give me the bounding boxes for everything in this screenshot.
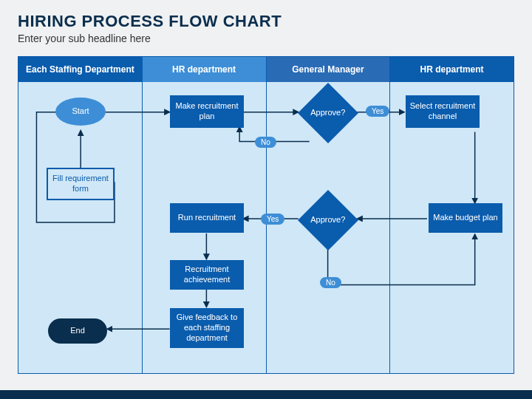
- flowchart-container: Each Staffing Department HR department G…: [18, 56, 514, 374]
- node-end: End: [48, 318, 107, 344]
- node-select-channel: Select recruitment channel: [406, 95, 480, 128]
- page-subtitle: Enter your sub headline here: [18, 33, 514, 44]
- node-fill-requirement: Fill requirement form: [47, 168, 115, 200]
- node-achievement: Recruitment achievement: [170, 260, 244, 290]
- footer-bar: [0, 390, 532, 399]
- node-feedback: Give feedback to each staffing departmen…: [170, 308, 244, 348]
- page-title: HIRING PROCESS FLOW CHART: [18, 12, 514, 31]
- label-no-1: No: [255, 137, 276, 148]
- col-header-hr1: HR department: [143, 57, 266, 82]
- label-no-2: No: [320, 277, 341, 288]
- label-yes-1: Yes: [366, 106, 389, 117]
- label-yes-2: Yes: [261, 214, 284, 225]
- node-start: Start: [55, 98, 106, 126]
- node-make-plan: Make recruitment plan: [170, 95, 244, 128]
- col-header-gm: General Manager: [267, 57, 390, 82]
- node-budget-plan: Make budget plan: [429, 203, 502, 233]
- col-header-hr2: HR department: [390, 57, 514, 82]
- node-run-recruitment: Run recruitment: [170, 203, 244, 233]
- col-header-staffing: Each Staffing Department: [18, 57, 142, 82]
